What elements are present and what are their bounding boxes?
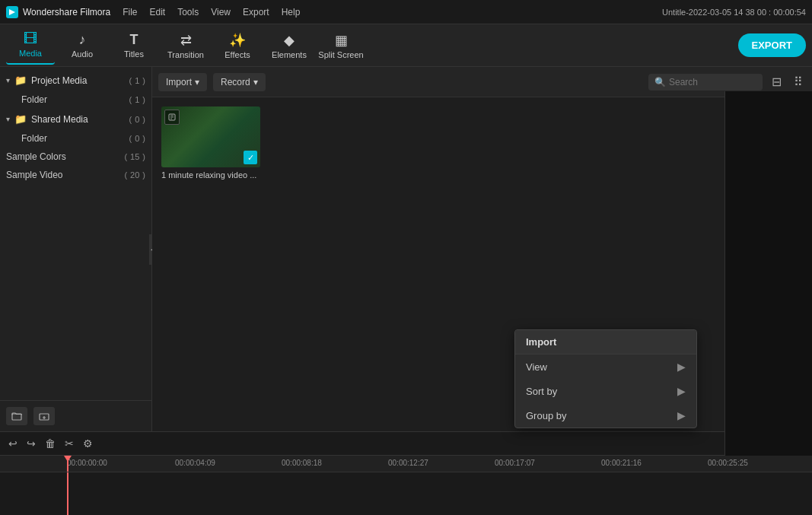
media-label-0: 1 minute relaxing video ... <box>161 170 260 180</box>
sidebar-item-shared-folder[interactable]: Folder (0) <box>0 129 151 148</box>
add-folder-button[interactable] <box>33 407 55 425</box>
toolbar-splitscreen[interactable]: ▦ Split Screen <box>317 27 365 65</box>
sidebar-wrapper: ▾ 📁 Project Media (1) Folder (1) ▾ 📁 Sha… <box>0 67 152 431</box>
sidebar-item-sample-video[interactable]: Sample Video (20) <box>0 166 151 184</box>
search-box[interactable]: 🔍 <box>648 74 763 91</box>
settings-button[interactable]: ⚙ <box>81 435 95 452</box>
toolbar-effects[interactable]: ✨ Effects <box>213 27 262 65</box>
context-menu-item-view[interactable]: View ▶ <box>515 354 696 379</box>
shared-media-arrow: ▾ <box>6 115 10 123</box>
context-menu-item-sortby[interactable]: Sort by ▶ <box>515 379 696 403</box>
export-button[interactable]: EXPORT <box>738 33 806 57</box>
sidebar-item-folder[interactable]: Folder (1) <box>0 91 151 109</box>
redo-button[interactable]: ↪ <box>24 435 38 452</box>
ruler-mark-5: 00:00:21:16 <box>601 459 642 467</box>
media-thumb-check-0: ✓ <box>244 151 257 164</box>
sample-video-label: Sample Video <box>6 170 121 180</box>
elements-icon: ◆ <box>284 32 295 49</box>
context-menu-item-groupby[interactable]: Group by ▶ <box>515 403 696 428</box>
ruler-mark-1: 00:00:04:09 <box>175 459 215 467</box>
splitscreen-icon: ▦ <box>335 32 348 49</box>
ruler-playhead-arrow <box>64 456 72 462</box>
menu-bar: File Edit Tools View Export Help <box>123 7 300 17</box>
shared-media-label: Shared Media <box>31 114 126 125</box>
search-input[interactable] <box>669 77 756 87</box>
context-menu-sortby-arrow: ▶ <box>677 385 686 397</box>
folder-count: ( <box>129 95 132 104</box>
media-icon: 🎞 <box>24 31 37 47</box>
record-arrow-icon: ▾ <box>253 77 258 87</box>
import-arrow-icon: ▾ <box>195 77 199 87</box>
grid-view-button[interactable]: ⠿ <box>791 72 806 92</box>
new-folder-button[interactable] <box>6 407 27 425</box>
shared-media-count: 0 <box>135 115 139 124</box>
project-media-label: Project Media <box>31 75 126 86</box>
folder-label: Folder <box>21 94 126 105</box>
toolbar-audio[interactable]: ♪ Audio <box>58 27 107 65</box>
transition-icon: ⇄ <box>180 32 192 49</box>
sample-colors-label: Sample Colors <box>6 151 121 162</box>
media-content: Import ▾ Record ▾ 🔍 ⊟ ⠿ <box>152 67 812 431</box>
menu-file[interactable]: File <box>123 7 137 17</box>
menu-help[interactable]: Help <box>282 7 301 17</box>
import-label: Import <box>166 77 192 87</box>
undo-button[interactable]: ↩ <box>6 435 20 452</box>
toolbar-media-label: Media <box>19 49 42 58</box>
context-menu-view-arrow: ▶ <box>677 361 686 373</box>
media-toolbar: Import ▾ Record ▾ 🔍 ⊟ ⠿ <box>152 67 812 97</box>
shared-folder-label: Folder <box>21 133 126 144</box>
ruler-mark-3: 00:00:12:27 <box>388 459 428 467</box>
filter-button[interactable]: ⊟ <box>769 72 785 92</box>
delete-button[interactable]: 🗑 <box>43 435 58 452</box>
sidebar-item-shared-media[interactable]: ▾ 📁 Shared Media (0) <box>0 109 151 129</box>
ruler-mark-4: 00:00:17:07 <box>495 459 535 467</box>
effects-icon: ✨ <box>229 32 246 49</box>
project-media-arrow: ▾ <box>6 76 10 84</box>
menu-edit[interactable]: Edit <box>150 7 166 17</box>
sidebar-item-project-media[interactable]: ▾ 📁 Project Media (1) <box>0 70 151 91</box>
context-menu-view-label: View <box>526 361 547 373</box>
media-grid: ✓ 1 minute relaxing video ... <box>152 97 812 431</box>
toolbar: 🎞 Media ♪ Audio T Titles ⇄ Transition ✨ … <box>0 24 812 67</box>
context-menu-groupby-label: Group by <box>526 410 566 421</box>
context-menu-groupby-arrow: ▶ <box>677 409 686 421</box>
record-label: Record <box>221 77 250 87</box>
toolbar-transition[interactable]: ⇄ Transition <box>161 27 210 65</box>
menu-export[interactable]: Export <box>243 7 269 17</box>
toolbar-titles-label: Titles <box>124 49 144 59</box>
media-item-0[interactable]: ✓ 1 minute relaxing video ... <box>161 106 260 180</box>
titles-icon: T <box>130 32 139 48</box>
sidebar-bottom-actions <box>0 400 152 431</box>
track-playhead <box>67 472 68 515</box>
toolbar-titles[interactable]: T Titles <box>110 27 158 65</box>
toolbar-media[interactable]: 🎞 Media <box>6 27 55 65</box>
media-thumbnail-0: ✓ <box>161 106 260 167</box>
ruler-mark-0: 00:00:00:00 <box>67 459 107 467</box>
menu-tools[interactable]: Tools <box>177 7 199 17</box>
app-logo: Wondershare Filmora <box>6 6 110 18</box>
timeline-toolbar: ↩ ↪ 🗑 ✂ ⚙ 🧲 🔗 <box>0 432 812 456</box>
project-media-count-val: 1 <box>135 76 139 85</box>
toolbar-elements[interactable]: ◆ Elements <box>265 27 314 65</box>
ruler-mark-2: 00:00:08:18 <box>282 459 322 467</box>
sidebar-item-sample-colors[interactable]: Sample Colors (15) <box>0 148 151 166</box>
audio-icon: ♪ <box>79 32 86 48</box>
toolbar-elements-label: Elements <box>272 50 307 59</box>
shared-media-folder-icon: 📁 <box>14 113 27 125</box>
project-media-count: ( <box>129 76 132 85</box>
timeline: ↩ ↪ 🗑 ✂ ⚙ 🧲 🔗 00:00:00:00 00:00:04:09 00… <box>0 431 812 515</box>
record-button[interactable]: Record ▾ <box>213 73 266 91</box>
cut-button[interactable]: ✂ <box>62 435 76 452</box>
timeline-tracks <box>0 472 812 515</box>
app-name: Wondershare Filmora <box>23 7 110 17</box>
menu-view[interactable]: View <box>211 7 231 17</box>
logo-icon <box>6 6 18 18</box>
toolbar-effects-label: Effects <box>224 50 250 59</box>
import-button[interactable]: Import ▾ <box>158 73 207 91</box>
sidebar: ▾ 📁 Project Media (1) Folder (1) ▾ 📁 Sha… <box>0 67 152 431</box>
timeline-ruler: 00:00:00:00 00:00:04:09 00:00:08:18 00:0… <box>0 456 812 472</box>
toolbar-transition-label: Transition <box>167 50 204 59</box>
project-title: Untitle-2022-03-05 14 38 00 : 00:00:54 <box>662 8 806 17</box>
toolbar-splitscreen-label: Split Screen <box>318 50 363 59</box>
ruler-mark-6: 00:00:25:25 <box>708 459 748 467</box>
